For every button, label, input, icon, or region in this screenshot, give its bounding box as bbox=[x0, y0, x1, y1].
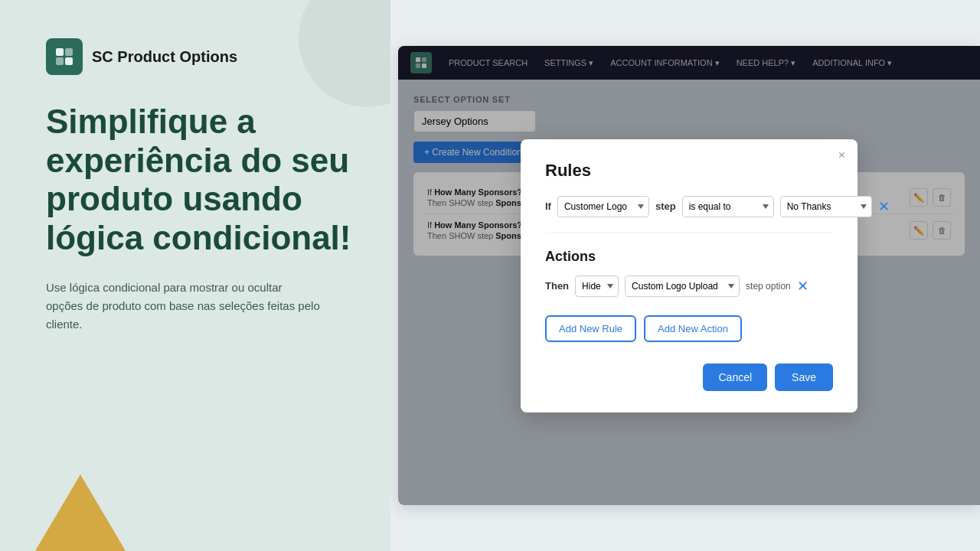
left-panel: SC Product Options Simplifique a experiê… bbox=[0, 0, 390, 551]
app-name: SC Product Options bbox=[92, 48, 237, 66]
is-equal-to-select[interactable]: is equal to bbox=[682, 196, 774, 217]
customer-logo-select[interactable]: Customer Logo bbox=[557, 196, 649, 217]
rule-if-row: If Customer Logo step is equal to No Tha… bbox=[545, 196, 833, 217]
svg-rect-0 bbox=[56, 48, 64, 56]
delete-action-icon[interactable]: ✕ bbox=[797, 278, 808, 295]
save-button[interactable]: Save bbox=[775, 364, 833, 391]
app-logo-icon bbox=[46, 38, 83, 75]
actions-title: Actions bbox=[545, 249, 833, 265]
main-headline: Simplifique a experiência do seu produto… bbox=[46, 103, 352, 257]
step-label: step bbox=[655, 201, 676, 212]
modal-footer: Cancel Save bbox=[545, 364, 833, 391]
decorative-triangle bbox=[31, 474, 130, 551]
add-buttons-row: Add New Rule Add New Action bbox=[545, 315, 833, 342]
svg-rect-1 bbox=[65, 57, 73, 65]
step-option-label: step option bbox=[746, 281, 791, 292]
add-new-rule-button[interactable]: Add New Rule bbox=[545, 315, 636, 342]
divider bbox=[545, 233, 833, 233]
add-new-action-button[interactable]: Add New Action bbox=[644, 315, 742, 342]
main-subtext: Use lógica condicional para mostrar ou o… bbox=[46, 279, 322, 334]
custom-logo-upload-select[interactable]: Custom Logo Upload bbox=[625, 276, 740, 297]
action-row: Then Hide Custom Logo Upload step option… bbox=[545, 276, 833, 297]
delete-rule-icon[interactable]: ✕ bbox=[878, 198, 890, 215]
modal-close-button[interactable]: × bbox=[838, 148, 845, 162]
right-panel: PRODUCT SEARCH SETTINGS ▾ ACCOUNT INFORM… bbox=[390, 0, 980, 551]
app-window: PRODUCT SEARCH SETTINGS ▾ ACCOUNT INFORM… bbox=[398, 46, 980, 505]
cancel-button[interactable]: Cancel bbox=[703, 364, 767, 391]
hide-select[interactable]: Hide bbox=[575, 276, 619, 297]
modal-overlay: × Rules If Customer Logo step is equal t… bbox=[398, 46, 980, 505]
no-thanks-select[interactable]: No Thanks bbox=[780, 196, 872, 217]
svg-rect-2 bbox=[65, 48, 73, 56]
then-label: Then bbox=[545, 280, 569, 292]
rules-modal: × Rules If Customer Logo step is equal t… bbox=[521, 139, 858, 412]
corner-decoration bbox=[299, 0, 390, 107]
if-label: If bbox=[545, 201, 551, 212]
modal-title: Rules bbox=[545, 161, 833, 181]
svg-rect-3 bbox=[56, 57, 64, 65]
